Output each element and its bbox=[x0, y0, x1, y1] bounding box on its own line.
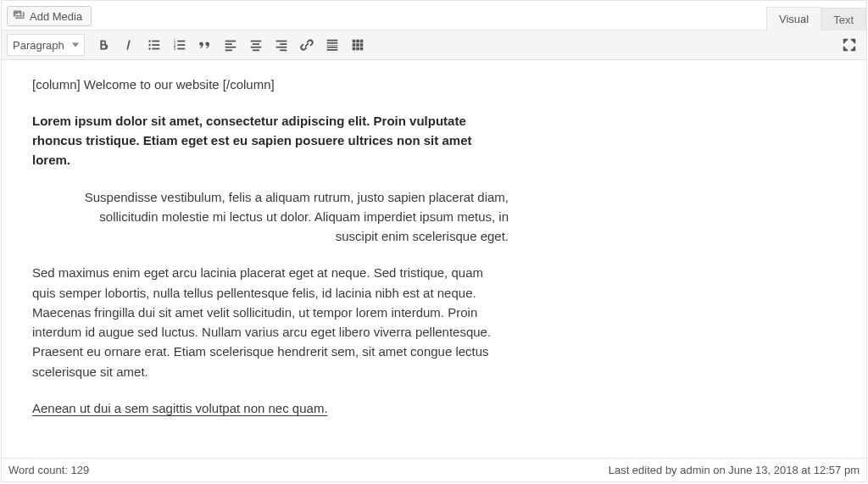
svg-rect-32 bbox=[334, 45, 336, 46]
svg-rect-27 bbox=[327, 47, 338, 48]
fullscreen-button[interactable] bbox=[837, 34, 861, 56]
svg-rect-4 bbox=[152, 41, 159, 42]
editor-content-area[interactable]: [column] Welcome to our website [/column… bbox=[2, 60, 866, 458]
svg-rect-35 bbox=[356, 40, 359, 43]
read-more-button[interactable] bbox=[320, 34, 344, 56]
svg-rect-21 bbox=[276, 41, 287, 42]
add-media-label: Add Media bbox=[30, 10, 82, 23]
svg-rect-29 bbox=[327, 45, 329, 46]
svg-rect-37 bbox=[353, 43, 356, 47]
svg-rect-23 bbox=[276, 47, 287, 48]
svg-rect-17 bbox=[251, 41, 262, 42]
svg-rect-24 bbox=[280, 49, 287, 51]
svg-rect-18 bbox=[253, 43, 259, 45]
svg-rect-6 bbox=[152, 48, 159, 50]
media-icon bbox=[13, 8, 26, 25]
svg-point-2 bbox=[148, 44, 150, 46]
word-count: Word count: 129 bbox=[8, 464, 89, 476]
toolbar-toggle-button[interactable] bbox=[346, 34, 370, 56]
svg-rect-13 bbox=[225, 41, 236, 42]
align-left-button[interactable] bbox=[219, 34, 242, 56]
editor-container: Add Media Visual Text Paragraph 123 bbox=[1, 0, 867, 482]
tab-text[interactable]: Text bbox=[821, 8, 866, 31]
svg-rect-26 bbox=[327, 42, 338, 44]
svg-rect-20 bbox=[253, 49, 259, 51]
svg-rect-11 bbox=[177, 44, 185, 46]
svg-rect-39 bbox=[360, 43, 364, 47]
svg-text:3: 3 bbox=[174, 47, 176, 51]
svg-point-1 bbox=[148, 40, 150, 42]
content-paragraph-5[interactable]: Aenean ut dui a sem sagittis volutpat no… bbox=[32, 398, 509, 418]
tab-visual[interactable]: Visual bbox=[766, 7, 821, 31]
format-select-label: Paragraph bbox=[13, 39, 64, 52]
svg-rect-38 bbox=[356, 43, 359, 47]
content-paragraph-1[interactable]: [column] Welcome to our website [/column… bbox=[32, 75, 509, 94]
svg-rect-41 bbox=[356, 47, 359, 51]
status-bar: Word count: 129 Last edited by admin on … bbox=[2, 458, 866, 481]
svg-point-3 bbox=[148, 47, 150, 49]
svg-rect-42 bbox=[360, 47, 364, 51]
svg-rect-14 bbox=[225, 43, 232, 45]
editor-content[interactable]: [column] Welcome to our website [/column… bbox=[32, 75, 509, 418]
bold-button[interactable] bbox=[92, 34, 115, 56]
bullet-list-button[interactable] bbox=[142, 34, 166, 56]
svg-rect-22 bbox=[280, 43, 287, 45]
content-paragraph-4[interactable]: Sed maximus enim eget arcu lacinia place… bbox=[32, 263, 509, 381]
add-media-button[interactable]: Add Media bbox=[7, 6, 92, 26]
svg-rect-12 bbox=[177, 48, 185, 50]
svg-rect-5 bbox=[152, 44, 159, 46]
content-paragraph-2[interactable]: Lorem ipsum dolor sit amet, consectetur … bbox=[32, 111, 509, 170]
blockquote-button[interactable] bbox=[193, 34, 217, 56]
link-button[interactable] bbox=[295, 34, 319, 56]
svg-rect-28 bbox=[327, 49, 338, 51]
svg-rect-34 bbox=[353, 40, 356, 43]
svg-rect-30 bbox=[329, 45, 331, 46]
svg-rect-16 bbox=[225, 49, 232, 51]
content-paragraph-3[interactable]: Suspendisse vestibulum, felis a aliquam … bbox=[32, 187, 509, 247]
svg-rect-31 bbox=[331, 45, 333, 46]
svg-rect-15 bbox=[225, 47, 236, 48]
editor-toolbar: Paragraph 123 bbox=[2, 30, 866, 60]
svg-rect-10 bbox=[177, 41, 185, 42]
svg-rect-33 bbox=[337, 45, 338, 46]
format-select[interactable]: Paragraph bbox=[7, 34, 85, 56]
editor-tabs: Visual Text bbox=[766, 6, 866, 31]
svg-rect-25 bbox=[327, 40, 338, 42]
align-center-button[interactable] bbox=[244, 34, 268, 56]
last-edited: Last edited by admin on June 13, 2018 at… bbox=[609, 464, 860, 476]
numbered-list-button[interactable]: 123 bbox=[168, 34, 192, 56]
svg-rect-40 bbox=[353, 47, 356, 51]
align-right-button[interactable] bbox=[270, 34, 293, 56]
svg-rect-19 bbox=[251, 47, 262, 48]
svg-rect-36 bbox=[360, 40, 364, 43]
italic-button[interactable] bbox=[117, 34, 141, 56]
top-row: Add Media Visual Text bbox=[2, 1, 866, 30]
